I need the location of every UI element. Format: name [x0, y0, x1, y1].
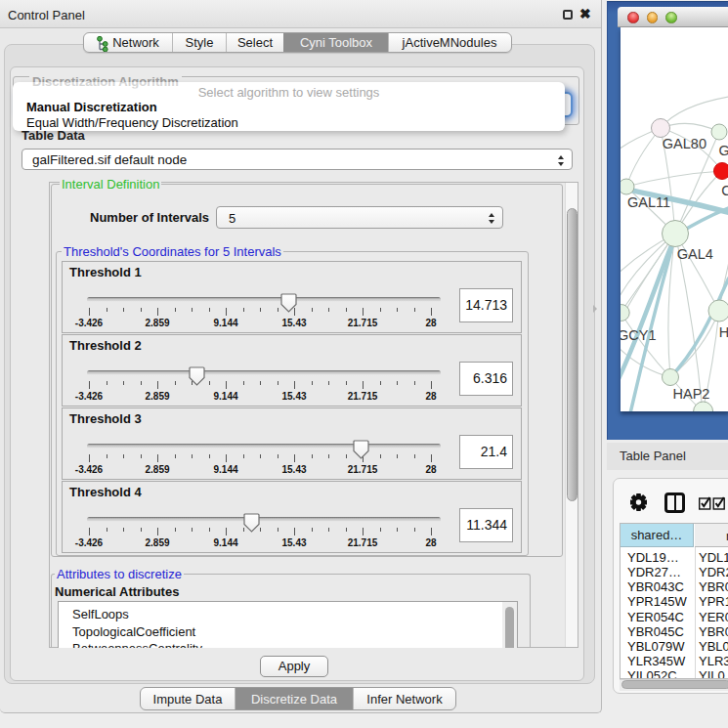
- svg-text:GAL11: GAL11: [627, 194, 670, 210]
- svg-text:GCY1: GCY1: [621, 327, 657, 343]
- svg-text:C: C: [721, 183, 728, 198]
- svg-text:GAL4: GAL4: [677, 246, 713, 262]
- svg-text:HAP2: HAP2: [673, 386, 710, 402]
- svg-text:HIS: HIS: [719, 324, 728, 340]
- svg-text:GA: GA: [719, 143, 728, 158]
- svg-text:GAL80: GAL80: [663, 136, 707, 151]
